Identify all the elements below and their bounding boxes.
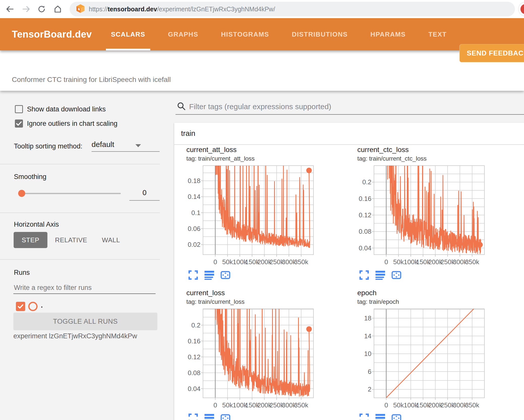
log-scale-icon[interactable]	[205, 413, 214, 420]
runs-label: Runs	[14, 269, 30, 277]
toggle-all-runs-button[interactable]: TOGGLE ALL RUNS	[13, 313, 157, 330]
run-color-swatch[interactable]	[28, 302, 38, 311]
x-axis-label: 350k	[461, 258, 483, 266]
scalar-chart-current_loss: current_losstag: train/current_loss0.040…	[186, 289, 343, 420]
tab-histograms[interactable]: HISTOGRAMS	[216, 18, 274, 50]
fullscreen-icon[interactable]	[359, 270, 369, 280]
y-axis-label: 0.1	[186, 209, 200, 217]
chart-plot-area[interactable]	[374, 309, 484, 398]
smoothing-slider-track[interactable]	[21, 193, 121, 194]
y-axis-label: 14	[357, 332, 371, 340]
tab-scalars[interactable]: SCALARS	[106, 18, 150, 50]
log-scale-icon[interactable]	[375, 270, 385, 280]
forward-icon[interactable]	[21, 4, 32, 15]
fit-data-icon[interactable]	[392, 413, 401, 420]
smoothing-value[interactable]: 0	[129, 189, 160, 197]
y-axis-label: 6	[357, 368, 371, 376]
fit-data-icon[interactable]	[221, 270, 230, 280]
axis-relative-button[interactable]: RELATIVE	[53, 232, 89, 248]
tooltip-sort-select[interactable]: default	[92, 140, 160, 151]
smoothing-label: Smoothing	[14, 173, 46, 181]
fit-data-icon[interactable]	[392, 270, 401, 280]
x-axis-label: 350k	[290, 258, 312, 266]
tab-bar: SCALARS GRAPHS HISTOGRAMS DISTRIBUTIONS …	[106, 18, 452, 50]
tab-text[interactable]: TEXT	[423, 18, 452, 50]
tag-group-header[interactable]: train	[174, 123, 524, 145]
home-icon[interactable]	[52, 4, 63, 15]
chart-title: current_att_loss	[186, 146, 237, 154]
series-end-dot	[477, 242, 483, 248]
smoothing-value-underline	[129, 200, 160, 201]
y-axis-label: 0.08	[357, 228, 371, 235]
ignore-outliers-label: Ignore outliers in chart scaling	[27, 120, 118, 128]
url-bar[interactable]: https://tensorboard.dev/experiment/lzGnE…	[70, 2, 515, 16]
chart-plot-area[interactable]	[203, 309, 313, 398]
chart-title: current_ctc_loss	[357, 146, 409, 154]
browser-toolbar: https://tensorboard.dev/experiment/lzGnE…	[0, 0, 524, 18]
fullscreen-icon[interactable]	[359, 413, 369, 420]
filter-tags-input[interactable]	[189, 100, 520, 113]
experiment-title-bar: Conformer CTC training for LibriSpeech w…	[0, 50, 524, 91]
fullscreen-icon[interactable]	[188, 270, 198, 280]
select-underline	[92, 151, 160, 152]
y-axis-label: 0.04	[186, 385, 200, 393]
fit-data-icon[interactable]	[221, 413, 230, 420]
series-end-dot	[306, 168, 312, 173]
fullscreen-icon[interactable]	[188, 413, 198, 420]
profile-avatar[interactable]	[518, 2, 524, 16]
x-axis-label: 350k	[290, 401, 312, 409]
charts-grid: current_att_losstag: train/current_att_l…	[174, 146, 524, 420]
ignore-outliers-checkbox[interactable]	[15, 119, 23, 128]
log-scale-icon[interactable]	[205, 270, 214, 280]
tag-group-title: train	[181, 129, 195, 138]
chart-title: current_loss	[186, 289, 225, 297]
sidebar-divider	[0, 164, 160, 164]
chevron-down-icon	[135, 144, 141, 147]
y-axis-label: 0.16	[186, 337, 200, 345]
chart-plot-area[interactable]	[203, 166, 313, 255]
sidebar-divider	[0, 213, 160, 213]
y-axis-label: 2	[357, 385, 371, 393]
scalar-chart-current_ctc_loss: current_ctc_losstag: train/current_ctc_l…	[357, 146, 514, 289]
tab-graphs[interactable]: GRAPHS	[163, 18, 203, 50]
runs-filter-input[interactable]	[13, 282, 156, 294]
reload-icon[interactable]	[36, 4, 47, 15]
tooltip-sort-label: Tooltip sorting method:	[14, 142, 82, 150]
chart-tag: tag: train/current_att_loss	[186, 155, 255, 162]
series-line	[386, 302, 481, 398]
axis-wall-button[interactable]: WALL	[97, 232, 125, 248]
chart-tag: tag: train/current_loss	[186, 298, 245, 305]
run-checkbox[interactable]	[16, 302, 25, 311]
chart-tag: tag: train/current_ctc_loss	[357, 155, 427, 162]
chart-plot-area[interactable]	[374, 166, 484, 255]
checkbox-unchecked-icon	[15, 105, 23, 113]
back-icon[interactable]	[4, 4, 15, 15]
y-axis-label: 0.2	[186, 321, 200, 329]
log-scale-icon[interactable]	[375, 413, 385, 420]
scalar-chart-epoch: epochtag: train/epoch26101418050k100k150…	[357, 289, 514, 420]
main-content: train current_att_losstag: train/current…	[166, 91, 524, 420]
run-name: .	[41, 302, 43, 309]
tab-hparams[interactable]: HPARAMS	[365, 18, 411, 50]
chart-tag: tag: train/epoch	[357, 298, 399, 305]
app-brand: TensorBoard.dev	[12, 18, 92, 50]
search-icon	[177, 101, 186, 112]
chart-action-toolbar	[188, 413, 230, 420]
y-axis-label: 0.2	[357, 178, 371, 186]
series-end-dot	[306, 326, 312, 332]
horizontal-axis-label: Horizontal Axis	[14, 221, 59, 228]
y-axis-label: 0.08	[186, 369, 200, 377]
show-download-links-checkbox[interactable]	[15, 105, 23, 113]
axis-step-button[interactable]: STEP	[14, 232, 47, 248]
send-feedback-button[interactable]: SEND FEEDBACK	[459, 44, 524, 62]
y-axis-label: 0.12	[357, 211, 371, 219]
smoothing-slider-handle[interactable]	[18, 190, 25, 197]
chart-title: epoch	[357, 289, 376, 297]
tab-distributions[interactable]: DISTRIBUTIONS	[287, 18, 353, 50]
show-download-links-label: Show data download links	[27, 105, 106, 113]
experiment-caption: experiment lzGnETjwRxC3yghNMd4kPw	[13, 332, 137, 340]
chart-action-toolbar	[188, 270, 230, 280]
scalar-chart-current_att_loss: current_att_losstag: train/current_att_l…	[186, 146, 343, 289]
check-icon	[17, 303, 24, 310]
tensorboard-logo-icon	[76, 4, 85, 14]
